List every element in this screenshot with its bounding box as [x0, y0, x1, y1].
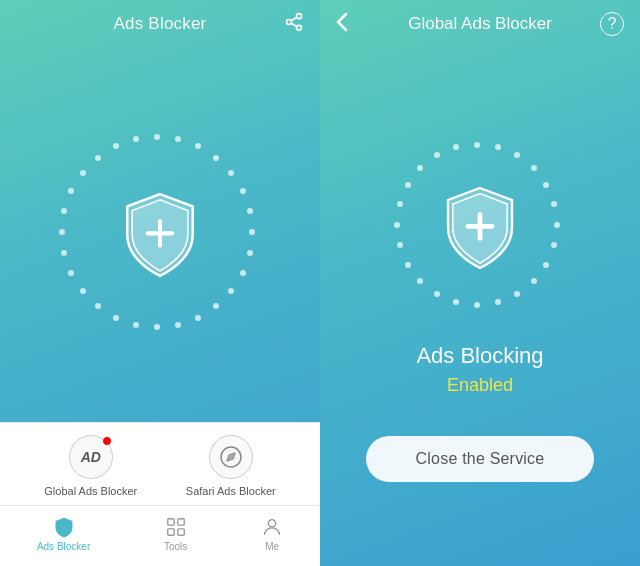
- ring-dot: [68, 270, 74, 276]
- safari-ads-blocker-tab[interactable]: Safari Ads Blocker: [186, 435, 276, 497]
- nav-ads-blocker[interactable]: Ads Blocker: [17, 512, 110, 556]
- global-ads-blocker-icon-circle: AD: [69, 435, 113, 479]
- svg-point-13: [268, 520, 275, 527]
- ring-dot: [531, 165, 537, 171]
- ring-dot: [195, 315, 201, 321]
- ring-dot: [514, 152, 520, 158]
- ring-dot: [495, 144, 501, 150]
- left-bottom-section: AD Global Ads Blocker Safari Ads Blocker: [0, 422, 320, 566]
- back-icon[interactable]: [336, 12, 348, 37]
- ring-dot: [154, 134, 160, 140]
- ring-dot: [543, 262, 549, 268]
- ring-dot: [213, 155, 219, 161]
- nav-tools[interactable]: Tools: [144, 512, 207, 556]
- safari-ads-blocker-label: Safari Ads Blocker: [186, 485, 276, 497]
- left-panel: Ads Blocker: [0, 0, 320, 566]
- ring-dot: [113, 315, 119, 321]
- svg-marker-8: [227, 453, 235, 461]
- ring-dot: [554, 222, 560, 228]
- tab-icons-row: AD Global Ads Blocker Safari Ads Blocker: [0, 423, 320, 505]
- status-title: Ads Blocking: [416, 343, 543, 369]
- dots-ring: [60, 135, 260, 335]
- svg-rect-11: [167, 529, 173, 535]
- ring-dot: [434, 291, 440, 297]
- ring-dot: [474, 142, 480, 148]
- ring-dot: [59, 229, 65, 235]
- ring-dot: [240, 270, 246, 276]
- ring-dot: [531, 278, 537, 284]
- ring-dot: [247, 250, 253, 256]
- left-header: Ads Blocker: [0, 0, 320, 48]
- ring-dot: [249, 229, 255, 235]
- ring-dot: [213, 303, 219, 309]
- ad-icon-text: AD: [81, 449, 101, 465]
- ring-dot: [133, 136, 139, 142]
- ring-dot: [133, 322, 139, 328]
- svg-rect-9: [167, 519, 173, 525]
- nav-ads-blocker-label: Ads Blocker: [37, 541, 90, 552]
- ring-dot: [228, 288, 234, 294]
- nav-me-icon: [261, 516, 283, 538]
- right-header: Global Ads Blocker ?: [320, 0, 640, 48]
- ring-dot: [417, 165, 423, 171]
- ring-dot: [95, 303, 101, 309]
- right-main-area: Ads Blocking Enabled Close the Service: [320, 48, 640, 566]
- svg-line-3: [291, 23, 297, 26]
- ring-dot: [453, 299, 459, 305]
- ring-dot: [240, 188, 246, 194]
- left-panel-title: Ads Blocker: [114, 14, 207, 34]
- compass-icon: [219, 445, 243, 469]
- ring-dot: [113, 143, 119, 149]
- nav-tools-icon: [165, 516, 187, 538]
- ring-dot: [495, 299, 501, 305]
- svg-rect-10: [177, 519, 183, 525]
- ring-dot: [397, 201, 403, 207]
- share-icon[interactable]: [284, 12, 304, 37]
- ring-dot: [551, 201, 557, 207]
- ring-dot: [80, 288, 86, 294]
- ring-dot: [434, 152, 440, 158]
- status-enabled-label: Enabled: [447, 375, 513, 396]
- ring-dot: [154, 324, 160, 330]
- ring-dot: [175, 136, 181, 142]
- notification-badge: [102, 436, 112, 446]
- nav-me-label: Me: [265, 541, 279, 552]
- ring-dot: [397, 242, 403, 248]
- shield-animation-container: [50, 125, 270, 345]
- ring-dot: [474, 302, 480, 308]
- svg-line-4: [291, 17, 297, 20]
- ring-dot: [247, 208, 253, 214]
- ring-dot: [514, 291, 520, 297]
- ring-dot: [61, 250, 67, 256]
- ring-dot: [61, 208, 67, 214]
- close-service-button[interactable]: Close the Service: [366, 436, 595, 482]
- ring-dot: [543, 182, 549, 188]
- svg-rect-12: [177, 529, 183, 535]
- nav-me[interactable]: Me: [241, 512, 303, 556]
- left-main-area: [0, 48, 320, 422]
- ring-dot: [68, 188, 74, 194]
- bottom-nav: Ads Blocker Tools Me: [0, 505, 320, 566]
- ring-dot: [228, 170, 234, 176]
- right-panel: Global Ads Blocker ? Ads Blocking Enable…: [320, 0, 640, 566]
- ring-dot: [417, 278, 423, 284]
- ring-dot: [195, 143, 201, 149]
- safari-icon-circle: [209, 435, 253, 479]
- nav-shield-icon: [53, 516, 75, 538]
- ring-dot: [551, 242, 557, 248]
- global-ads-blocker-label: Global Ads Blocker: [44, 485, 137, 497]
- global-ads-blocker-tab[interactable]: AD Global Ads Blocker: [44, 435, 137, 497]
- help-icon[interactable]: ?: [600, 12, 624, 36]
- ring-dot: [175, 322, 181, 328]
- ring-dot: [453, 144, 459, 150]
- ring-dot: [405, 262, 411, 268]
- ring-dot: [95, 155, 101, 161]
- ring-dot: [80, 170, 86, 176]
- ring-dot: [405, 182, 411, 188]
- right-panel-title: Global Ads Blocker: [408, 14, 552, 34]
- ring-dot: [394, 222, 400, 228]
- nav-tools-label: Tools: [164, 541, 187, 552]
- right-shield-container: [385, 133, 575, 323]
- right-dots-ring: [380, 128, 580, 328]
